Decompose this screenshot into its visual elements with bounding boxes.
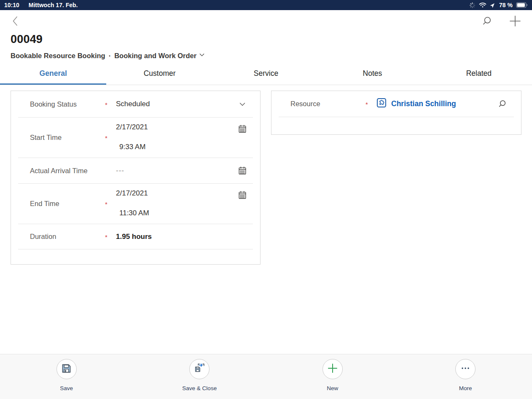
calendar-icon[interactable] xyxy=(238,190,247,224)
required-marker: * xyxy=(105,233,116,241)
resource-section-card: Resource * Christian Schilling xyxy=(271,91,521,135)
battery-percent: 78 % xyxy=(499,2,513,8)
form-tabs: General Customer Service Notes Related xyxy=(0,62,532,85)
field-end-time[interactable]: End Time * 2/17/2021 11:30 AM xyxy=(11,184,260,224)
search-icon xyxy=(483,16,494,28)
field-actual-arrival-time[interactable]: Actual Arrival Time --- xyxy=(11,158,260,183)
field-booking-status[interactable]: Booking Status * Scheduled xyxy=(11,91,260,117)
more-ellipsis-icon xyxy=(460,363,471,375)
status-date: Mittwoch 17. Feb. xyxy=(29,2,78,8)
save-and-close-button[interactable]: Save & Close xyxy=(133,354,266,391)
field-label: End Time xyxy=(30,200,105,208)
field-label: Resource xyxy=(290,100,365,108)
end-date-value[interactable]: 2/17/2021 xyxy=(116,189,238,198)
chevron-down-icon xyxy=(199,51,205,60)
battery-icon xyxy=(516,2,528,8)
start-time-value[interactable]: 9:33 AM xyxy=(116,143,238,151)
required-marker-empty xyxy=(105,170,116,171)
search-button[interactable] xyxy=(482,16,494,28)
general-section-card: Booking Status * Scheduled Start Time * … xyxy=(11,91,261,265)
more-button[interactable]: More xyxy=(399,354,532,391)
subtitle-separator: · xyxy=(109,52,111,60)
location-arrow-icon xyxy=(490,2,496,8)
status-bar: 10:10 Mittwoch 17. Feb. xyxy=(0,0,532,10)
save-and-close-label: Save & Close xyxy=(182,385,217,391)
save-and-close-icon xyxy=(193,362,205,376)
card-empty-space xyxy=(271,117,521,134)
add-icon xyxy=(509,15,521,29)
back-chevron-icon xyxy=(11,15,21,29)
form-selector[interactable]: Booking and Work Order xyxy=(114,51,205,60)
new-label: New xyxy=(327,385,338,391)
calendar-icon[interactable] xyxy=(238,166,247,175)
start-date-value[interactable]: 2/17/2021 xyxy=(116,123,238,131)
required-marker: * xyxy=(105,134,116,142)
form-selector-label: Booking and Work Order xyxy=(114,52,196,60)
new-plus-icon xyxy=(327,362,339,376)
required-marker: * xyxy=(365,100,376,108)
field-label: Duration xyxy=(30,233,105,241)
tab-related[interactable]: Related xyxy=(426,62,532,85)
field-start-time[interactable]: Start Time * 2/17/2021 9:33 AM xyxy=(11,118,260,158)
record-header: 00049 Bookable Resource Booking · Bookin… xyxy=(0,10,532,60)
booking-status-value[interactable]: Scheduled xyxy=(116,100,238,108)
tab-service[interactable]: Service xyxy=(213,62,319,85)
chevron-down-icon[interactable] xyxy=(238,99,247,109)
resource-lookup-value[interactable]: Christian Schilling xyxy=(391,99,456,108)
wifi-icon xyxy=(479,2,486,8)
field-label: Start Time xyxy=(30,134,105,142)
card-empty-space xyxy=(11,249,260,265)
save-label: Save xyxy=(60,385,73,391)
duration-value[interactable]: 1.95 hours xyxy=(116,233,260,241)
tab-customer[interactable]: Customer xyxy=(106,62,212,85)
field-label: Booking Status xyxy=(30,100,105,108)
loading-spinner-icon xyxy=(469,2,476,8)
end-time-value[interactable]: 11:30 AM xyxy=(116,209,238,217)
new-button[interactable]: New xyxy=(266,354,399,391)
save-button[interactable]: Save xyxy=(0,354,133,391)
actual-arrival-value[interactable]: --- xyxy=(116,166,238,175)
bookable-resource-entity-icon xyxy=(376,98,387,110)
entity-label: Bookable Resource Booking xyxy=(11,52,105,60)
tab-notes[interactable]: Notes xyxy=(319,62,425,85)
save-icon xyxy=(61,363,72,376)
field-duration[interactable]: Duration * 1.95 hours xyxy=(11,224,260,249)
back-button[interactable] xyxy=(11,15,24,29)
calendar-icon[interactable] xyxy=(238,124,247,158)
tab-general[interactable]: General xyxy=(0,62,106,85)
record-subtitle: Bookable Resource Booking · Booking and … xyxy=(11,51,521,60)
field-resource[interactable]: Resource * Christian Schilling xyxy=(271,91,521,117)
required-marker: * xyxy=(105,100,116,108)
lookup-search-icon[interactable] xyxy=(499,99,508,109)
required-marker: * xyxy=(105,200,116,208)
form-content: Booking Status * Scheduled Start Time * … xyxy=(0,85,532,350)
status-time: 10:10 xyxy=(4,2,19,8)
command-toolbar: Save Save & Close xyxy=(0,354,532,399)
page-title: 00049 xyxy=(11,33,521,46)
add-record-button[interactable] xyxy=(509,16,521,28)
field-label: Actual Arrival Time xyxy=(30,167,105,175)
more-label: More xyxy=(459,385,472,391)
